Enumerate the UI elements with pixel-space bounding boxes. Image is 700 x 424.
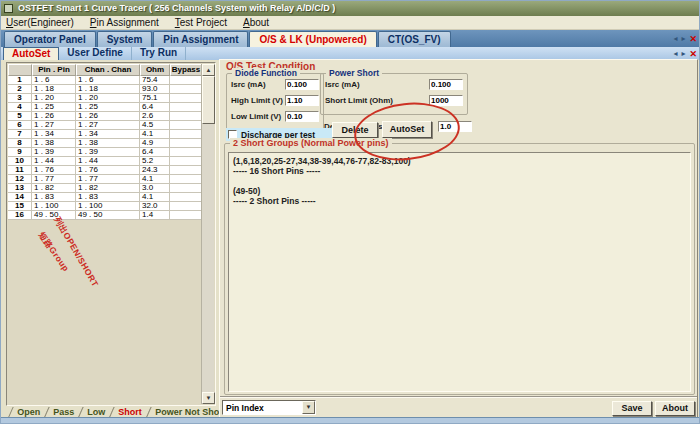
low-limit-v-input[interactable] [285, 111, 319, 122]
scrollbar-thumb[interactable] [202, 76, 215, 124]
table-row[interactable]: 101 . 441 . 445.2 [8, 157, 202, 166]
table-row[interactable]: 61 . 271 . 274.5 [8, 121, 202, 130]
grid-cell: 1.4 [140, 211, 170, 220]
tab-operator-panel[interactable]: Operator Panel [4, 31, 96, 47]
grid-cell [170, 94, 202, 103]
field-row-low-limit-v: Low Limit (V) [231, 110, 319, 122]
subtab-try-run[interactable]: Try Run [132, 47, 186, 60]
pin-index-selected-value: Pin Index [223, 403, 302, 413]
table-row[interactable]: 151 . 1001 . 10032.0 [8, 202, 202, 211]
save-button[interactable]: Save [612, 401, 652, 416]
power-short-group: Power Short Isrc (mA)Short Limit (Ohm) [320, 73, 468, 115]
table-row[interactable]: 31 . 201 . 2075.1 [8, 94, 202, 103]
menu-item-user-engineer[interactable]: User(Engineer) [6, 17, 74, 28]
high-limit-v-input[interactable] [285, 95, 319, 106]
grid-cell: 15 [8, 202, 32, 211]
tab-pin-assignment[interactable]: Pin Assignment [153, 31, 248, 47]
grid-cell: 1 . 82 [76, 184, 140, 193]
grid-cell: 14 [8, 193, 32, 202]
menu-item-about[interactable]: About [243, 17, 269, 28]
grid-cell [170, 157, 202, 166]
grid-cell [170, 202, 202, 211]
scroll-up-icon[interactable]: ▲ [202, 64, 215, 76]
menu-item-pin-assignment[interactable]: Pin Assignment [90, 17, 159, 28]
short-limit-ohm-input[interactable] [429, 95, 463, 106]
table-row[interactable]: 21 . 181 . 1893.0 [8, 85, 202, 94]
subtab-autoset[interactable]: AutoSet [3, 47, 59, 60]
tab-scroll-left-icon[interactable]: ◂ [673, 34, 677, 43]
tab-close-icon[interactable]: ✕ [689, 49, 697, 59]
os-test-condition-panel: O/S Test Condition Diode Function Isrc (… [219, 59, 698, 419]
short-group-line: ----- 16 Short Pins ----- [233, 166, 686, 176]
grid-cell: 4.5 [140, 121, 170, 130]
isrc-ma-input[interactable] [285, 79, 319, 90]
grid-cell: 6.4 [140, 103, 170, 112]
grid-cell: 24.3 [140, 166, 170, 175]
grid-cell: 1 . 25 [32, 103, 76, 112]
grid-cell: 1 . 39 [76, 148, 140, 157]
scroll-down-icon[interactable]: ▼ [202, 392, 215, 404]
menu-bar: User(Engineer)Pin AssignmentTest Project… [1, 16, 700, 30]
autoset-button[interactable]: AutoSet [382, 121, 432, 138]
grid-scrollbar[interactable]: ▲ ▼ [201, 64, 214, 404]
tab-system[interactable]: System [97, 31, 153, 47]
tab-ct-os-fv[interactable]: CT(OS_FV) [378, 31, 451, 47]
grid-cell: 10 [8, 157, 32, 166]
grid-cell: 4.1 [140, 130, 170, 139]
about-button[interactable]: About [655, 401, 695, 416]
grid-cell [170, 76, 202, 85]
grid-cell: 1 . 6 [76, 76, 140, 85]
main-tab-controls: ◂ ▸ ✕ [673, 30, 697, 47]
grid-cell: 9 [8, 148, 32, 157]
subtab-user-define[interactable]: User Define [59, 47, 132, 60]
field-label: Short Limit (Ohm) [325, 96, 393, 105]
grid-cell: 1 . 18 [32, 85, 76, 94]
isrc-ma-input[interactable] [429, 79, 463, 90]
table-row[interactable]: 131 . 821 . 823.0 [8, 184, 202, 193]
app-window: OSTFET Smart 1 Curve Tracer ( 256 Channe… [0, 0, 700, 424]
grid-cell: 1 . 27 [76, 121, 140, 130]
grid-cell: 1 . 44 [32, 157, 76, 166]
table-row[interactable]: 91 . 391 . 396.4 [8, 148, 202, 157]
field-label: High Limit (V) [231, 96, 283, 105]
grid-cell [170, 193, 202, 202]
grid-cell: 12 [8, 175, 32, 184]
table-row[interactable]: 71 . 341 . 344.1 [8, 130, 202, 139]
pin-index-dropdown[interactable]: Pin Index ▼ [222, 400, 316, 415]
grid-cell: 1 . 26 [76, 112, 140, 121]
tab-scroll-right-icon[interactable]: ▸ [681, 34, 685, 43]
grid-header-row: Pin . PinChan . ChanOhmBypass [8, 64, 202, 76]
table-row[interactable]: 121 . 771 . 774.1 [8, 175, 202, 184]
grid-cell: 4.1 [140, 175, 170, 184]
grid-cell: 1 . 38 [32, 139, 76, 148]
table-row[interactable]: 41 . 251 . 256.4 [8, 103, 202, 112]
grid-cell: 1 . 25 [76, 103, 140, 112]
dropdown-arrow-icon[interactable]: ▼ [302, 401, 315, 414]
grid-cell: 5.2 [140, 157, 170, 166]
grid-cell: 1 . 100 [76, 202, 140, 211]
menu-item-test-project[interactable]: Test Project [175, 17, 227, 28]
table-row[interactable]: 11 . 61 . 675.4 [8, 76, 202, 85]
field-label: Isrc (mA) [231, 80, 266, 89]
diode-fields: Isrc (mA)High Limit (V)Low Limit (V) [227, 78, 323, 122]
table-row[interactable]: 111 . 761 . 7624.3 [8, 166, 202, 175]
table-row[interactable]: 51 . 261 . 262.6 [8, 112, 202, 121]
tab-close-icon[interactable]: ✕ [689, 34, 697, 44]
grid-cell: 75.1 [140, 94, 170, 103]
tab-o-s-lk-unpowered[interactable]: O/S & LK (Unpowered) [249, 31, 376, 47]
delete-button[interactable]: Delete [332, 122, 378, 138]
grid-cell: 3.0 [140, 184, 170, 193]
table-row[interactable]: 81 . 381 . 384.9 [8, 139, 202, 148]
grid-cell: 1 . 20 [32, 94, 76, 103]
grid-cell [170, 184, 202, 193]
delay-time-input[interactable] [438, 121, 472, 132]
short-group-line: ----- 2 Short Pins ----- [233, 196, 686, 206]
tab-scroll-right-icon[interactable]: ▸ [681, 49, 685, 58]
tab-scroll-left-icon[interactable]: ◂ [673, 49, 677, 58]
table-row[interactable]: 141 . 831 . 834.1 [8, 193, 202, 202]
footer-divider [220, 396, 697, 398]
table-row[interactable]: 1649 . 5049 . 501.4 [8, 211, 202, 220]
title-bar[interactable]: OSTFET Smart 1 Curve Tracer ( 256 Channe… [1, 1, 700, 16]
grid-cell [170, 85, 202, 94]
short-groups-text-area[interactable]: (1,6,18,20,25-27,34,38-39,44,76-77,82-83… [228, 152, 691, 392]
